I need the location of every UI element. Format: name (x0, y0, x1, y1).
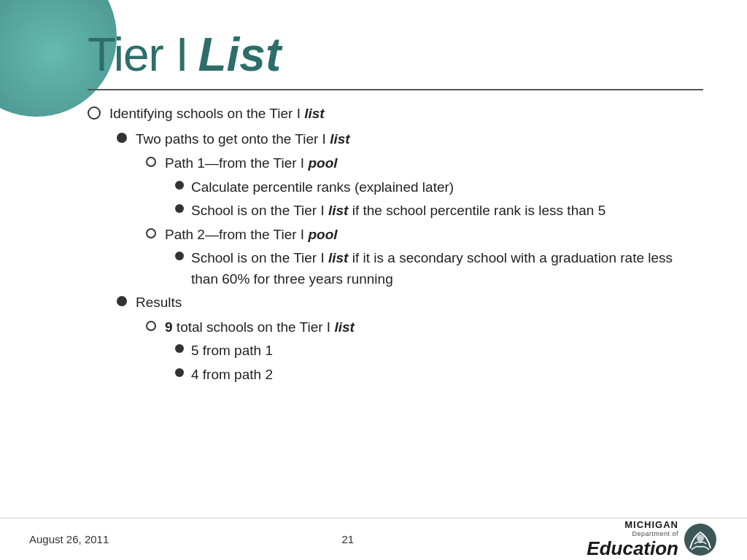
filled-bullet-sm-4 (175, 344, 184, 353)
circle-bullet-sm-3 (146, 321, 156, 331)
level4-secondary-text: School is on the Tier I list if it is a … (191, 248, 703, 289)
filled-bullet-sm-2 (175, 204, 184, 213)
title-normal: Tier I (88, 28, 187, 82)
filled-bullet-sm (175, 181, 184, 190)
circle-bullet-sm (146, 157, 156, 167)
michigan-text-block: MICHIGAN Department of Education (587, 519, 678, 560)
level3-nine-schools-text: 9 total schools on the Tier I list (165, 317, 703, 338)
level2-text: Two paths to get onto the Tier I list (136, 129, 703, 150)
level4-path2-result-text: 4 from path 2 (191, 365, 703, 386)
list-item-level3-path1: Path 1—from the Tier I pool (146, 153, 703, 174)
list-item-level4-calculate: Calculate percentile ranks (explained la… (175, 177, 703, 198)
list-item-level4-school-tier1: School is on the Tier I list if the scho… (175, 201, 703, 222)
list-item-level4-path1-result: 5 from path 1 (175, 341, 703, 362)
level3-path2-text: Path 2—from the Tier I pool (165, 225, 703, 246)
michigan-education-label: Education (587, 537, 678, 560)
level1-text: Identifying schools on the Tier I list (109, 104, 703, 125)
list-item-level1-identifying: Identifying schools on the Tier I list (88, 104, 703, 125)
title-divider (88, 89, 703, 90)
list-item-level2-results: Results (117, 292, 703, 314)
list-item-level3-path2: Path 2—from the Tier I pool (146, 225, 703, 246)
level2-results-text: Results (136, 292, 703, 314)
level4-calculate-text: Calculate percentile ranks (explained la… (191, 177, 703, 198)
filled-bullet-sm-5 (175, 368, 184, 377)
title-bold-italic: List (198, 28, 281, 82)
filled-bullet-2 (117, 296, 127, 306)
level4-path1-result-text: 5 from path 1 (191, 341, 703, 362)
filled-bullet (117, 133, 127, 143)
filled-bullet-sm-3 (175, 252, 184, 260)
list-item-level4-secondary: School is on the Tier I list if it is a … (175, 248, 703, 289)
svg-point-1 (697, 534, 704, 542)
list-item-level2-two-paths: Two paths to get onto the Tier I list (117, 129, 703, 150)
level3-path1-text: Path 1—from the Tier I pool (165, 153, 703, 174)
footer: August 26, 2011 21 MICHIGAN Department o… (0, 518, 747, 560)
slide-content: Tier I List Identifying schools on the T… (0, 0, 747, 385)
footer-date: August 26, 2011 (29, 533, 109, 545)
level4-school-text: School is on the Tier I list if the scho… (191, 201, 703, 222)
michigan-dept-logo-icon (683, 522, 718, 557)
circle-bullet (88, 106, 101, 120)
michigan-state-label: MICHIGAN (624, 519, 678, 530)
list-item-level4-path2-result: 4 from path 2 (175, 365, 703, 386)
slide-title: Tier I List (88, 15, 703, 82)
circle-bullet-sm-2 (146, 228, 156, 238)
list-item-level3-nine-schools: 9 total schools on the Tier I list (146, 317, 703, 338)
michigan-logo: MICHIGAN Department of Education (587, 519, 718, 560)
footer-page-number: 21 (341, 533, 354, 545)
content-list: Identifying schools on the Tier I list T… (88, 104, 703, 385)
michigan-dept-label: Department of (632, 530, 678, 537)
